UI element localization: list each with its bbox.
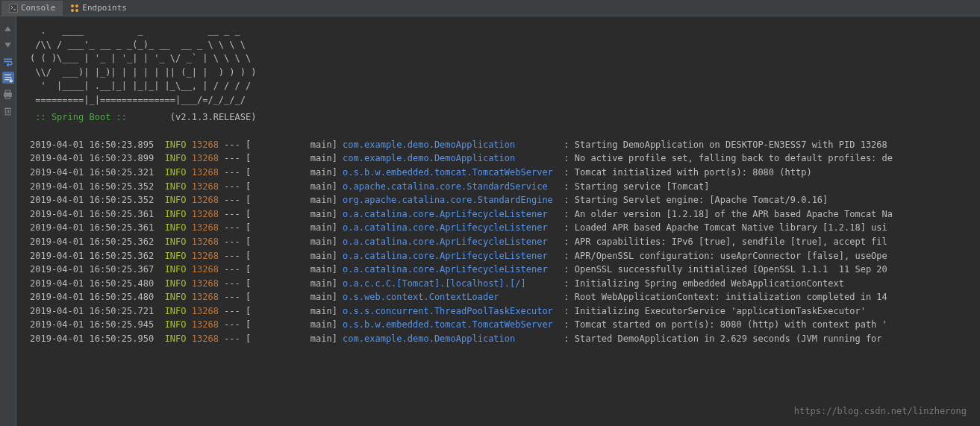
log-line: 2019-04-01 16:50:25.480 INFO 13268 --- [… xyxy=(30,277,973,291)
log-message: Root WebApplicationContext: initializati… xyxy=(575,290,887,304)
scroll-to-end-icon[interactable] xyxy=(2,72,14,84)
log-timestamp: 2019-04-01 16:50:23.895 xyxy=(30,138,154,152)
log-pid: 13268 xyxy=(192,138,219,152)
log-thread: main xyxy=(310,207,332,222)
log-separator: --- [ xyxy=(219,235,310,249)
log-thread: main xyxy=(310,304,332,319)
log-separator: --- [ xyxy=(219,263,310,277)
log-level: INFO xyxy=(165,277,187,291)
svg-point-4 xyxy=(75,4,78,7)
log-timestamp: 2019-04-01 16:50:25.362 xyxy=(30,249,154,263)
log-line: 2019-04-01 16:50:23.895 INFO 13268 --- [… xyxy=(30,138,973,152)
svg-rect-1 xyxy=(10,4,17,12)
log-level: INFO xyxy=(165,207,187,222)
spring-banner-line: :: Spring Boot :: (v2.1.3.RELEASE) xyxy=(30,110,973,125)
log-logger: o.s.b.w.embedded.tomcat.TomcatWebServer xyxy=(343,166,558,180)
log-pid: 13268 xyxy=(192,221,219,235)
log-pid: 13268 xyxy=(192,193,219,207)
log-pid: 13268 xyxy=(192,207,219,222)
log-separator: --- [ xyxy=(219,332,310,346)
log-logger: o.a.catalina.core.AprLifecycleListener xyxy=(343,207,558,222)
log-message: OpenSSL successfully initialized [OpenSS… xyxy=(575,263,887,277)
log-thread: main xyxy=(310,249,332,263)
log-message: Tomcat initialized with port(s): 8080 (h… xyxy=(575,166,812,180)
blank-line xyxy=(30,124,973,138)
log-line: 2019-04-01 16:50:25.352 INFO 13268 --- [… xyxy=(30,193,973,207)
log-message: Starting service [Tomcat] xyxy=(575,180,710,194)
svg-point-5 xyxy=(71,9,74,12)
log-thread: main xyxy=(310,263,332,277)
log-level: INFO xyxy=(165,263,187,277)
svg-rect-10 xyxy=(5,108,10,115)
log-timestamp: 2019-04-01 16:50:25.950 xyxy=(30,332,154,346)
log-timestamp: 2019-04-01 16:50:25.480 xyxy=(30,277,154,291)
log-line: 2019-04-01 16:50:25.362 INFO 13268 --- [… xyxy=(30,249,973,263)
scroll-down-icon[interactable] xyxy=(2,39,14,51)
log-line: 2019-04-01 16:50:25.480 INFO 13268 --- [… xyxy=(30,290,973,304)
log-line: 2019-04-01 16:50:25.352 INFO 13268 --- [… xyxy=(30,180,973,194)
log-thread: main xyxy=(310,138,332,152)
log-level: INFO xyxy=(165,290,187,304)
log-pid: 13268 xyxy=(192,263,219,277)
log-message: Initializing ExecutorService 'applicatio… xyxy=(575,304,866,319)
log-line: 2019-04-01 16:50:25.321 INFO 13268 --- [… xyxy=(30,166,973,180)
log-separator: --- [ xyxy=(219,180,310,194)
log-logger: o.a.c.c.C.[Tomcat].[localhost].[/] xyxy=(343,277,558,291)
log-thread: main xyxy=(310,151,332,166)
log-message: No active profile set, falling back to d… xyxy=(575,151,893,166)
log-level: INFO xyxy=(165,180,187,194)
log-line: 2019-04-01 16:50:25.361 INFO 13268 --- [… xyxy=(30,207,973,222)
console-output[interactable]: . ____ _ __ _ _ /\\ / ___'_ __ _ _(_)_ _… xyxy=(16,16,980,426)
log-line: 2019-04-01 16:50:25.361 INFO 13268 --- [… xyxy=(30,221,973,235)
log-separator: --- [ xyxy=(219,277,310,291)
console-icon xyxy=(9,4,18,13)
log-level: INFO xyxy=(165,249,187,263)
log-thread: main xyxy=(310,332,332,346)
tab-console[interactable]: Console xyxy=(1,1,63,16)
log-timestamp: 2019-04-01 16:50:25.321 xyxy=(30,166,154,180)
log-pid: 13268 xyxy=(192,235,219,249)
svg-point-6 xyxy=(75,9,78,12)
log-line: 2019-04-01 16:50:25.721 INFO 13268 --- [… xyxy=(30,304,973,319)
log-separator: --- [ xyxy=(219,207,310,222)
log-pid: 13268 xyxy=(192,277,219,291)
log-separator: --- [ xyxy=(219,249,310,263)
log-pid: 13268 xyxy=(192,166,219,180)
log-separator: --- [ xyxy=(219,193,310,207)
log-message: Starting DemoApplication on DESKTOP-EN3E… xyxy=(575,138,887,152)
log-thread: main xyxy=(310,221,332,235)
spring-boot-label: :: Spring Boot :: xyxy=(30,110,132,125)
log-level: INFO xyxy=(165,332,187,346)
print-icon[interactable] xyxy=(2,88,14,100)
log-pid: 13268 xyxy=(192,290,219,304)
log-thread: main xyxy=(310,180,332,194)
watermark: https://blog.csdn.net/linzherong xyxy=(794,404,967,419)
log-level: INFO xyxy=(165,151,187,166)
log-line: 2019-04-01 16:50:25.367 INFO 13268 --- [… xyxy=(30,263,973,277)
scroll-up-icon[interactable] xyxy=(2,22,14,34)
log-level: INFO xyxy=(165,138,187,152)
log-logger: com.example.demo.DemoApplication xyxy=(343,138,558,152)
log-separator: --- [ xyxy=(219,318,310,332)
log-timestamp: 2019-04-01 16:50:25.352 xyxy=(30,193,154,207)
wrap-lines-icon[interactable] xyxy=(2,55,14,67)
tab-endpoints[interactable]: Endpoints xyxy=(63,1,134,16)
svg-point-3 xyxy=(71,4,74,7)
spring-boot-version: (v2.1.3.RELEASE) xyxy=(170,110,257,125)
log-level: INFO xyxy=(165,235,187,249)
log-thread: main xyxy=(310,193,332,207)
log-separator: --- [ xyxy=(219,138,310,152)
log-line: 2019-04-01 16:50:23.899 INFO 13268 --- [… xyxy=(30,151,973,166)
log-logger: o.a.catalina.core.AprLifecycleListener xyxy=(343,235,558,249)
tab-console-label: Console xyxy=(21,3,55,13)
endpoints-icon xyxy=(70,4,79,13)
log-thread: main xyxy=(310,235,332,249)
log-line: 2019-04-01 16:50:25.945 INFO 13268 --- [… xyxy=(30,318,973,332)
log-timestamp: 2019-04-01 16:50:25.721 xyxy=(30,304,154,319)
log-message: APR capabilities: IPv6 [true], sendfile … xyxy=(575,235,887,249)
log-level: INFO xyxy=(165,193,187,207)
log-separator: --- [ xyxy=(219,304,310,319)
log-level: INFO xyxy=(165,318,187,332)
log-line: 2019-04-01 16:50:25.950 INFO 13268 --- [… xyxy=(30,332,973,346)
clear-icon[interactable] xyxy=(2,104,14,116)
